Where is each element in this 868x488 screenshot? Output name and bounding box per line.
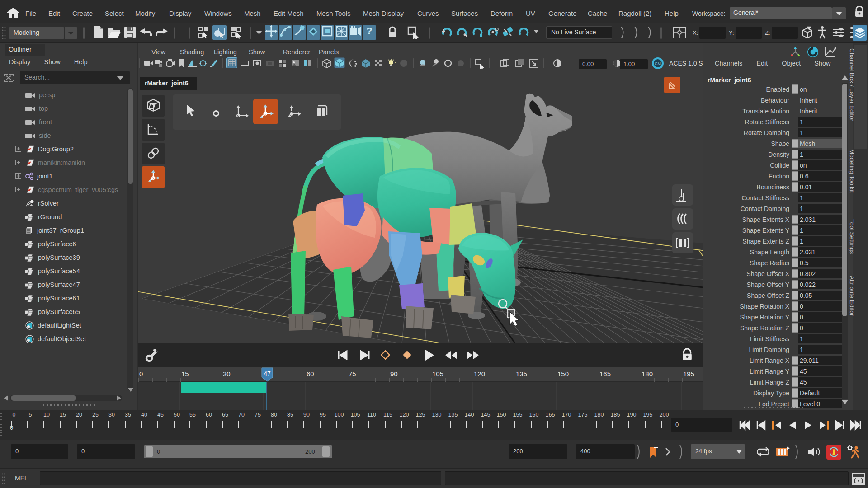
svg-text:CM: CM [655, 61, 661, 66]
svg-text:?: ? [366, 25, 372, 37]
svg-text:47: 47 [264, 370, 271, 377]
